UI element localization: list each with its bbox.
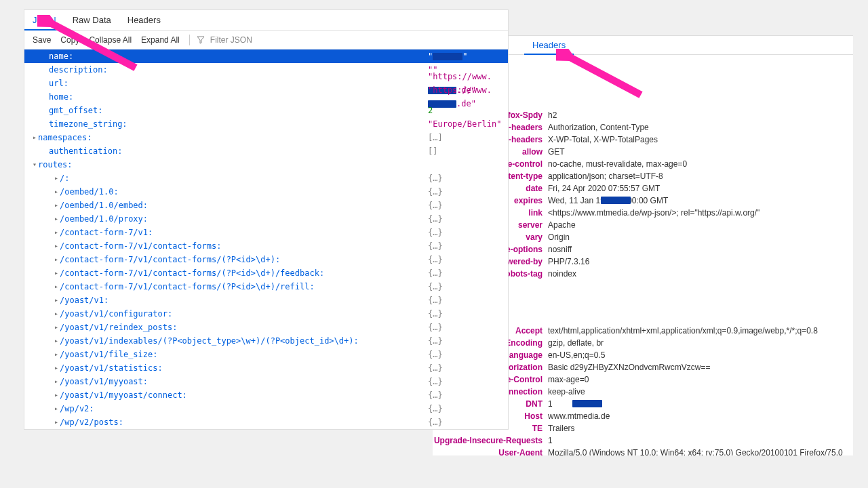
json-route-item[interactable]: ▸/:{…} bbox=[24, 171, 508, 185]
headers-tab-right[interactable]: Headers bbox=[524, 37, 574, 55]
headers-tab[interactable]: Headers bbox=[119, 10, 169, 30]
header-value: GET bbox=[548, 146, 853, 158]
chevron-right-icon[interactable]: ▸ bbox=[53, 266, 60, 280]
chevron-right-icon[interactable]: ▸ bbox=[53, 348, 60, 361]
json-route-item[interactable]: ▸/yoast/v1:{…} bbox=[24, 293, 508, 307]
json-route-item[interactable]: ▸/contact-form-7/v1/contact-forms:{…} bbox=[24, 239, 508, 253]
chevron-right-icon[interactable]: ▸ bbox=[53, 415, 60, 429]
json-route-item[interactable]: ▸/yoast/v1/reindex_posts:{…} bbox=[24, 321, 508, 334]
chevron-right-icon[interactable]: ▸ bbox=[31, 131, 38, 144]
json-route-val: {…} bbox=[428, 402, 443, 415]
json-route-val: {…} bbox=[428, 334, 443, 348]
header-value: Apache bbox=[548, 219, 853, 231]
chevron-right-icon[interactable]: ▸ bbox=[53, 280, 60, 293]
chevron-down-icon[interactable]: ▾ bbox=[31, 158, 38, 171]
json-tree[interactable]: name: "" description: "" url: "https://w… bbox=[24, 49, 508, 429]
json-route-key: /yoast/v1/reindex_posts: bbox=[60, 321, 177, 334]
json-route-item[interactable]: ▸/contact-form-7/v1/contact-forms/(?P<id… bbox=[24, 253, 508, 266]
json-route-item[interactable]: ▸/oembed/1.0/proxy:{…} bbox=[24, 212, 508, 226]
chevron-right-icon[interactable]: ▸ bbox=[53, 307, 60, 321]
json-route-val: {…} bbox=[428, 199, 443, 212]
json-route-key: /contact-form-7/v1/contact-forms: bbox=[60, 239, 221, 253]
json-route-key: /contact-form-7/v1/contact-forms/(?P<id>… bbox=[60, 253, 280, 266]
json-route-item[interactable]: ▸/yoast/v1/file_size:{…} bbox=[24, 348, 508, 361]
chevron-right-icon[interactable]: ▸ bbox=[53, 293, 60, 307]
json-route-val: {…} bbox=[428, 253, 443, 266]
json-route-key: /: bbox=[60, 171, 69, 185]
chevron-right-icon[interactable]: ▸ bbox=[53, 199, 60, 212]
json-route-val: {…} bbox=[428, 361, 443, 375]
json-route-val: {…} bbox=[428, 226, 443, 239]
filter-icon bbox=[197, 36, 205, 44]
header-value: no-cache, must-revalidate, max-age=0 bbox=[548, 158, 853, 170]
chevron-right-icon[interactable]: ▸ bbox=[53, 171, 60, 185]
json-route-item[interactable]: ▸/contact-form-7/v1:{…} bbox=[24, 226, 508, 239]
json-route-item[interactable]: ▸/wp/v2:{…} bbox=[24, 402, 508, 415]
header-value: X-WP-Total, X-WP-TotalPages bbox=[548, 134, 853, 146]
json-route-key: /yoast/v1/file_size: bbox=[60, 348, 158, 361]
chevron-right-icon[interactable]: ▸ bbox=[53, 361, 60, 375]
raw-data-tab[interactable]: Raw Data bbox=[64, 10, 119, 30]
json-route-key: /wp/v2: bbox=[60, 402, 94, 415]
chevron-right-icon[interactable]: ▸ bbox=[53, 321, 60, 334]
header-value: Authorization, Content-Type bbox=[548, 121, 853, 134]
json-route-item[interactable]: ▸/contact-form-7/v1/contact-forms/(?P<id… bbox=[24, 266, 508, 280]
json-route-item[interactable]: ▸/wp/v2/posts:{…} bbox=[24, 415, 508, 429]
json-route-item[interactable]: ▸/yoast/v1/indexables/(?P<object_type>\w… bbox=[24, 334, 508, 348]
json-route-item[interactable]: ▸/contact-form-7/v1/contact-forms/(?P<id… bbox=[24, 280, 508, 293]
save-button[interactable]: Save bbox=[30, 35, 54, 45]
collapse-all-button[interactable]: Collapse All bbox=[86, 35, 134, 45]
chevron-right-icon[interactable]: ▸ bbox=[53, 185, 60, 199]
chevron-right-icon[interactable]: ▸ bbox=[53, 212, 60, 226]
json-route-val: {…} bbox=[428, 280, 443, 293]
header-value: noindex bbox=[548, 268, 853, 280]
header-value: max-age=0 bbox=[548, 373, 853, 386]
json-route-key: /contact-form-7/v1/contact-forms/(?P<id>… bbox=[60, 266, 324, 280]
json-tab[interactable]: JSON bbox=[24, 11, 64, 30]
chevron-right-icon[interactable]: ▸ bbox=[53, 334, 60, 348]
json-field-home[interactable]: home: "https://www..de" bbox=[24, 90, 508, 104]
json-route-key: /oembed/1.0: bbox=[60, 185, 119, 199]
json-route-item[interactable]: ▸/oembed/1.0/embed:{…} bbox=[24, 199, 508, 212]
json-route-key: /yoast/v1/indexables/(?P<object_type>\w+… bbox=[60, 334, 359, 348]
header-value: <https://www.mtmedia.de/wp-json/>; rel="… bbox=[548, 207, 853, 219]
json-route-key: /contact-form-7/v1: bbox=[60, 226, 153, 239]
header-value: 1 bbox=[548, 398, 853, 410]
filter-json-input[interactable]: Filter JSON bbox=[197, 35, 255, 45]
chevron-right-icon[interactable]: ▸ bbox=[53, 239, 60, 253]
json-route-val: {…} bbox=[428, 375, 443, 388]
json-field-name[interactable]: name: "" bbox=[24, 49, 508, 63]
header-value: application/json; charset=UTF-8 bbox=[548, 170, 853, 182]
chevron-right-icon[interactable]: ▸ bbox=[53, 402, 60, 415]
expand-all-button[interactable]: Expand All bbox=[138, 35, 182, 45]
json-field-timezone-string[interactable]: timezone_string: "Europe/Berlin" bbox=[24, 117, 508, 131]
chevron-right-icon[interactable]: ▸ bbox=[53, 375, 60, 388]
json-route-val: {…} bbox=[428, 266, 443, 280]
json-route-key: /wp/v2/posts: bbox=[60, 415, 123, 429]
header-value: Mozilla/5.0 (Windows NT 10.0; Win64; x64… bbox=[548, 447, 853, 455]
json-field-routes[interactable]: ▾routes: bbox=[24, 158, 508, 171]
copy-button[interactable]: Copy bbox=[58, 35, 82, 45]
chevron-right-icon[interactable]: ▸ bbox=[53, 253, 60, 266]
chevron-right-icon[interactable]: ▸ bbox=[53, 388, 60, 402]
header-value: en-US,en;q=0.5 bbox=[548, 349, 853, 361]
json-route-val: {…} bbox=[428, 171, 443, 185]
json-route-val: {…} bbox=[428, 293, 443, 307]
json-route-item[interactable]: ▸/yoast/v1/statistics:{…} bbox=[24, 361, 508, 375]
json-route-val: {…} bbox=[428, 388, 443, 402]
json-tabs: JSON Raw Data Headers bbox=[24, 10, 508, 30]
json-route-item[interactable]: ▸/yoast/v1/myyoast:{…} bbox=[24, 375, 508, 388]
json-route-key: /oembed/1.0/proxy: bbox=[60, 212, 148, 226]
header-value: text/html,application/xhtml+xml,applicat… bbox=[548, 325, 853, 337]
json-route-key: /yoast/v1/configurator: bbox=[60, 307, 172, 321]
json-route-key: /yoast/v1/myyoast: bbox=[60, 375, 148, 388]
json-route-item[interactable]: ▸/oembed/1.0:{…} bbox=[24, 185, 508, 199]
json-route-item[interactable]: ▸/yoast/v1/myyoast/connect:{…} bbox=[24, 388, 508, 402]
json-route-item[interactable]: ▸/yoast/v1/configurator:{…} bbox=[24, 307, 508, 321]
json-field-authentication[interactable]: authentication: [] bbox=[24, 144, 508, 158]
header-value: 1 bbox=[548, 434, 853, 447]
json-field-namespaces[interactable]: ▸namespaces: […] bbox=[24, 131, 508, 144]
header-name: User-Agent bbox=[433, 447, 548, 455]
json-route-val: {…} bbox=[428, 307, 443, 321]
chevron-right-icon[interactable]: ▸ bbox=[53, 226, 60, 239]
